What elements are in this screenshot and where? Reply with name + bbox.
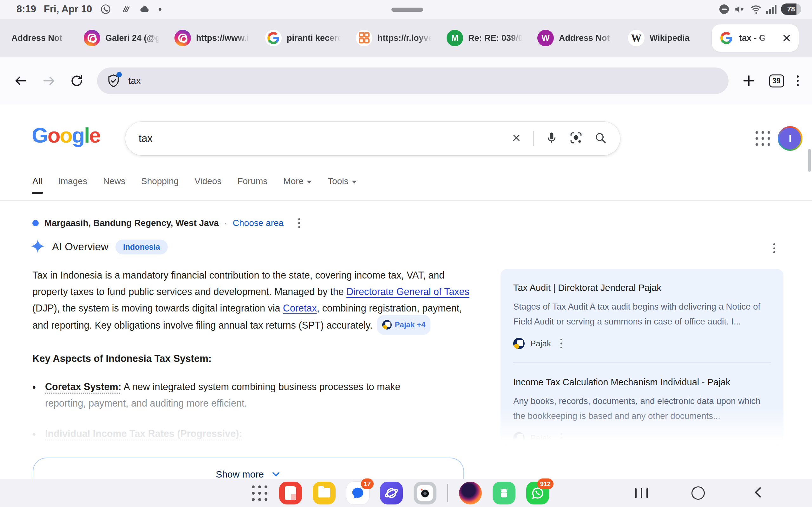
tab-forums[interactable]: Forums xyxy=(237,176,267,186)
recents-button[interactable] xyxy=(635,488,648,498)
voice-search-icon[interactable] xyxy=(545,131,558,146)
card-snippet: Any books, records, documents, and elect… xyxy=(513,394,771,424)
browser-tab-strip: Address Not Galeri 24 (@g https://www.i … xyxy=(0,19,812,57)
site-security-shield-icon[interactable] xyxy=(107,73,120,89)
messages-icon[interactable]: 17 xyxy=(346,482,369,504)
tab-piranti[interactable]: piranti kecerd xyxy=(258,19,349,57)
google-logo[interactable]: Google xyxy=(32,123,100,147)
card-menu-button[interactable] xyxy=(560,339,562,349)
samsung-notes-icon[interactable] xyxy=(279,482,302,504)
home-button[interactable] xyxy=(692,487,705,500)
card-menu-button[interactable] xyxy=(560,433,562,443)
pajak-favicon-icon xyxy=(513,338,525,349)
cloud-icon xyxy=(139,3,151,15)
wikipedia-icon: W xyxy=(628,30,645,46)
source-card[interactable]: Tax Audit | Direktorat Jenderal Pajak St… xyxy=(501,269,783,349)
back-nav-button[interactable] xyxy=(752,486,765,500)
bullet-term-link[interactable]: Individual Income Tax Rates (Progressive… xyxy=(45,428,242,439)
location-text: Margaasih, Bandung Regency, West Java xyxy=(44,218,219,228)
tab-gmail-thread[interactable]: M Re: RE: 039/0 xyxy=(440,19,530,57)
link-coretax[interactable]: Coretax xyxy=(283,302,317,314)
tab-more[interactable]: More xyxy=(283,176,312,186)
source-chip[interactable]: Pajak +4 xyxy=(377,315,431,335)
tab-wikipedia[interactable]: W Wikipedia xyxy=(621,19,712,57)
tab-all[interactable]: All xyxy=(32,176,42,186)
back-button[interactable] xyxy=(13,73,29,89)
wifi-icon xyxy=(750,3,762,15)
tab-shopping[interactable]: Shopping xyxy=(141,176,179,186)
tab-instagram-url[interactable]: https://www.i xyxy=(167,19,258,57)
link-directorate-general-of-taxes[interactable]: Directorate General of Taxes xyxy=(346,286,469,297)
taskbar: 17 912 xyxy=(0,479,812,507)
ai-overview-menu-button[interactable] xyxy=(773,243,775,253)
url-text[interactable]: tax xyxy=(128,75,141,86)
loyverse-icon xyxy=(356,30,372,46)
cellular-signal-icon xyxy=(766,4,776,14)
tab-videos[interactable]: Videos xyxy=(194,176,221,186)
tab-title: Address Not xyxy=(11,33,70,43)
bullet-term-link[interactable]: Coretax System: xyxy=(45,381,121,392)
account-avatar[interactable]: I xyxy=(778,126,803,151)
card-source-row: Pajak xyxy=(513,338,771,349)
notification-badge: 17 xyxy=(361,478,374,489)
instagram-icon xyxy=(174,30,191,46)
tab-title: Re: RE: 039/0 xyxy=(468,33,523,43)
tab-galeri24[interactable]: Galeri 24 (@g xyxy=(77,19,167,57)
monogram-w-icon: W xyxy=(537,30,554,46)
notification-badge: 912 xyxy=(537,478,554,489)
firefox-icon[interactable] xyxy=(459,482,482,504)
show-more-button[interactable]: Show more xyxy=(33,458,464,479)
notification-dot-icon xyxy=(159,8,161,11)
tab-images[interactable]: Images xyxy=(58,176,87,186)
pajak-favicon-icon xyxy=(382,320,392,330)
google-apps-grid-icon[interactable] xyxy=(756,131,770,146)
browser-menu-button[interactable] xyxy=(797,75,799,86)
my-files-icon[interactable] xyxy=(313,482,336,504)
ai-overview-source-cards: Tax Audit | Direktorat Jenderal Pajak St… xyxy=(501,269,783,445)
search-box[interactable]: tax xyxy=(125,122,620,155)
do-not-disturb-icon xyxy=(719,4,729,14)
ai-overview-body: Tax in Indonesia is a mandatory financia… xyxy=(32,267,476,442)
instagram-icon xyxy=(84,30,100,46)
whatsapp-call-icon xyxy=(100,3,112,15)
google-lens-icon[interactable] xyxy=(569,131,583,146)
android-app-icon[interactable] xyxy=(493,482,515,504)
card-source-row: Pajak xyxy=(513,432,771,444)
tab-title: Address Not xyxy=(559,33,614,43)
battery-indicator: 78 xyxy=(781,3,801,15)
tab-active-tax[interactable]: tax - G xyxy=(712,24,799,52)
tab-address-not-1[interactable]: Address Not xyxy=(4,19,77,57)
card-title-link[interactable]: Income Tax Calculation Mechanism Individ… xyxy=(513,376,771,389)
choose-area-link[interactable]: Choose area xyxy=(233,218,284,228)
search-icon[interactable] xyxy=(594,131,607,146)
ai-overview-region-badge[interactable]: Indonesia xyxy=(115,239,168,255)
browser-toolbar: tax 39 xyxy=(0,57,812,105)
bullet-income-tax-rates: • Individual Income Tax Rates (Progressi… xyxy=(32,425,476,442)
search-category-tabs: All Images News Shopping Videos Forums M… xyxy=(32,176,357,186)
search-input[interactable]: tax xyxy=(139,132,153,145)
tab-tools[interactable]: Tools xyxy=(328,176,357,186)
clear-search-icon[interactable] xyxy=(511,132,522,145)
avatar-letter: I xyxy=(779,128,801,149)
new-tab-button[interactable] xyxy=(741,73,757,89)
forward-button[interactable] xyxy=(41,73,56,89)
location-menu-button[interactable] xyxy=(298,218,300,228)
app-drawer-icon[interactable] xyxy=(251,484,268,502)
divider xyxy=(0,200,812,201)
mute-icon xyxy=(733,3,745,15)
close-icon[interactable] xyxy=(781,32,792,44)
source-card[interactable]: Income Tax Calculation Mechanism Individ… xyxy=(501,363,783,444)
whatsapp-icon[interactable]: 912 xyxy=(526,482,549,504)
tab-title: https://r.loyve xyxy=(377,33,433,43)
samsung-internet-icon[interactable] xyxy=(380,482,403,504)
tab-loyverse[interactable]: https://r.loyve xyxy=(349,19,440,57)
tab-news[interactable]: News xyxy=(103,176,125,186)
card-title-link[interactable]: Tax Audit | Direktorat Jenderal Pajak xyxy=(513,281,771,294)
url-bar[interactable]: tax xyxy=(97,67,728,94)
camera-icon[interactable] xyxy=(414,482,437,504)
tab-address-not-2[interactable]: W Address Not xyxy=(530,19,621,57)
scrollbar[interactable] xyxy=(808,149,811,172)
tab-switcher-button[interactable]: 39 xyxy=(769,74,784,88)
ai-overview-paragraph: Tax in Indonesia is a mandatory financia… xyxy=(32,267,476,336)
reload-button[interactable] xyxy=(69,73,84,89)
